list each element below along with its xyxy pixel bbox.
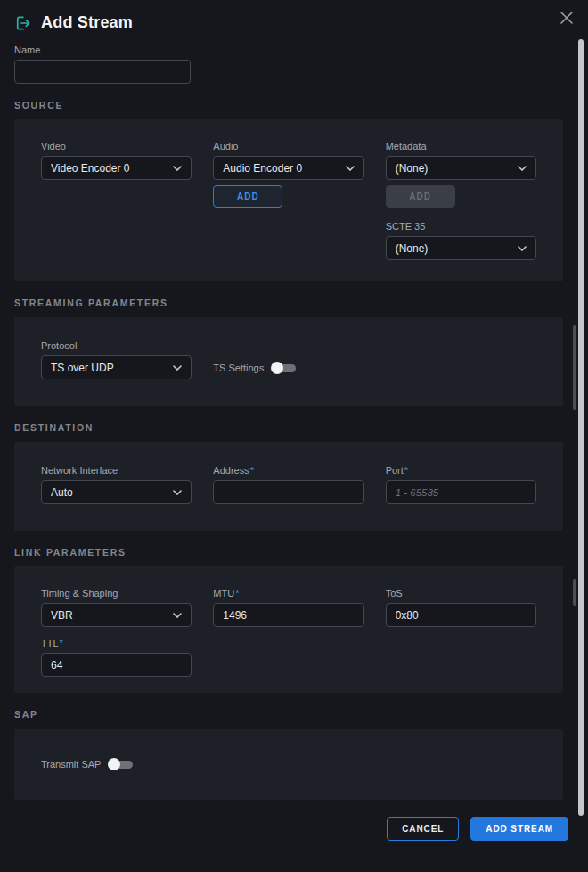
name-input[interactable] [14,60,191,84]
cancel-button[interactable]: CANCEL [387,817,459,841]
sap-panel: Transmit SAP [14,729,563,800]
port-label: Port* [386,465,536,476]
link-parameters-panel: Timing & Shaping VBR MTU* ToS TTL* [14,566,563,693]
video-select-value: Video Encoder 0 [51,162,130,175]
port-input[interactable] [386,480,536,504]
name-field: Name [14,45,574,84]
protocol-field: Protocol TS over UDP [41,340,192,379]
network-interface-label: Network Interface [41,465,192,476]
dialog-footer: CANCEL ADD STREAM [0,817,568,841]
section-heading-source: SOURCE [14,100,574,110]
required-asterisk: * [60,638,63,648]
required-asterisk: * [404,465,408,476]
streaming-parameters-panel: Protocol TS over UDP TS Settings [14,317,563,406]
mtu-field: MTU* [213,588,363,627]
network-interface-field: Network Interface Auto [41,465,192,504]
timing-shaping-select-value: VBR [51,609,73,622]
tos-label: ToS [386,588,536,599]
protocol-select-value: TS over UDP [51,362,114,374]
timing-shaping-label: Timing & Shaping [41,588,192,599]
address-label: Address* [213,465,363,476]
video-label: Video [41,141,192,151]
metadata-add-button[interactable]: ADD [386,185,455,208]
timing-shaping-field: Timing & Shaping VBR [41,588,192,627]
audio-add-button[interactable]: ADD [213,185,282,208]
chevron-down-icon [518,166,527,171]
network-interface-select[interactable]: Auto [41,480,192,504]
metadata-select[interactable]: (None) [386,156,536,180]
panel-scrollbar-thumb[interactable] [573,579,576,606]
ts-settings-field: TS Settings [213,340,363,379]
protocol-select[interactable]: TS over UDP [41,355,192,379]
chevron-down-icon [346,166,355,171]
add-stream-dialog: Add Stream Name SOURCE Video Video Encod… [0,0,588,872]
dialog-title: Add Stream [41,13,133,32]
transmit-sap-label: Transmit SAP [41,759,101,770]
add-stream-button[interactable]: ADD STREAM [470,817,568,841]
stream-out-icon [14,14,32,32]
video-field: Video Video Encoder 0 [41,141,192,260]
audio-select-value: Audio Encoder 0 [223,162,302,175]
chevron-down-icon [173,166,182,171]
ts-settings-label: TS Settings [213,363,264,373]
section-heading-sap: SAP [14,709,574,720]
dialog-header: Add Stream [0,0,588,35]
scte35-select[interactable]: (None) [386,236,536,260]
audio-select[interactable]: Audio Encoder 0 [213,156,363,180]
tos-field: ToS [386,588,536,627]
name-label: Name [14,45,574,55]
protocol-label: Protocol [41,340,192,351]
address-field: Address* [213,465,363,504]
panel-scrollbar-thumb[interactable] [573,325,576,410]
chevron-down-icon [518,246,527,251]
tos-input[interactable] [386,603,536,627]
destination-panel: Network Interface Auto Address* Port* [14,442,563,531]
section-heading-link-parameters: LINK PARAMETERS [14,547,574,558]
metadata-field: Metadata (None) ADD SCTE 35 (None) [386,141,536,260]
chevron-down-icon [173,490,182,495]
chevron-down-icon [173,365,182,371]
metadata-select-value: (None) [396,162,429,175]
scrollbar[interactable] [578,39,584,816]
audio-label: Audio [213,141,363,151]
ttl-input[interactable] [41,653,192,677]
mtu-label: MTU* [213,588,363,599]
network-interface-select-value: Auto [51,486,73,499]
scte35-select-value: (None) [396,242,429,255]
video-select[interactable]: Video Encoder 0 [41,156,192,180]
section-heading-destination: DESTINATION [14,422,574,433]
close-icon[interactable] [556,7,577,29]
audio-field: Audio Audio Encoder 0 ADD [213,141,363,260]
mtu-input[interactable] [213,603,363,627]
section-heading-streaming-parameters: STREAMING PARAMETERS [14,297,574,308]
ts-settings-toggle[interactable] [271,362,296,374]
timing-shaping-select[interactable]: VBR [41,603,192,627]
scte35-label: SCTE 35 [386,221,536,232]
port-field: Port* [386,465,536,504]
transmit-sap-toggle[interactable] [108,758,133,770]
chevron-down-icon [173,613,182,618]
ttl-label: TTL* [41,638,192,648]
ttl-field: TTL* [41,638,192,677]
address-input[interactable] [213,480,363,504]
required-asterisk: * [235,588,239,599]
metadata-label: Metadata [386,141,536,151]
required-asterisk: * [250,465,254,476]
source-panel: Video Video Encoder 0 Audio Audio Encode… [14,119,563,281]
